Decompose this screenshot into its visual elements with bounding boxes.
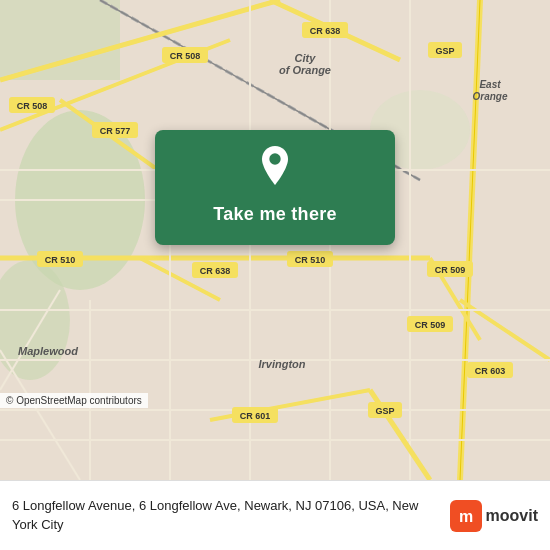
svg-text:m: m	[458, 508, 472, 525]
bottom-bar: 6 Longfellow Avenue, 6 Longfellow Ave, N…	[0, 480, 550, 550]
svg-text:CR 509: CR 509	[435, 265, 466, 275]
svg-text:CR 508: CR 508	[17, 101, 48, 111]
svg-text:CR 510: CR 510	[45, 255, 76, 265]
osm-attribution: © OpenStreetMap contributors	[0, 393, 148, 408]
svg-text:City: City	[295, 52, 317, 64]
svg-text:Orange: Orange	[472, 91, 507, 102]
location-pin-icon	[253, 146, 297, 190]
svg-text:Irvington: Irvington	[258, 358, 305, 370]
svg-point-64	[269, 153, 280, 164]
osm-attribution-text: © OpenStreetMap contributors	[6, 395, 142, 406]
svg-text:CR 577: CR 577	[100, 126, 131, 136]
svg-text:CR 509: CR 509	[415, 320, 446, 330]
svg-text:of Orange: of Orange	[279, 64, 331, 76]
svg-text:East: East	[479, 79, 501, 90]
svg-text:CR 510: CR 510	[295, 255, 326, 265]
svg-text:CR 601: CR 601	[240, 411, 271, 421]
svg-text:CR 638: CR 638	[200, 266, 231, 276]
svg-text:CR 603: CR 603	[475, 366, 506, 376]
svg-text:GSP: GSP	[435, 46, 454, 56]
address-text: 6 Longfellow Avenue, 6 Longfellow Ave, N…	[12, 497, 440, 533]
take-me-there-button[interactable]: Take me there	[205, 200, 345, 229]
map-container: CR 638 CR 508 CR 508 CR 577 GSP CR 510 C…	[0, 0, 550, 480]
moovit-brand-text: moovit	[486, 507, 538, 525]
svg-rect-3	[0, 0, 120, 80]
moovit-icon: m	[450, 500, 482, 532]
svg-text:CR 508: CR 508	[170, 51, 201, 61]
svg-text:Maplewood: Maplewood	[18, 345, 78, 357]
location-popup: Take me there	[155, 130, 395, 245]
svg-text:GSP: GSP	[375, 406, 394, 416]
svg-text:CR 638: CR 638	[310, 26, 341, 36]
moovit-logo: m moovit	[450, 500, 538, 532]
